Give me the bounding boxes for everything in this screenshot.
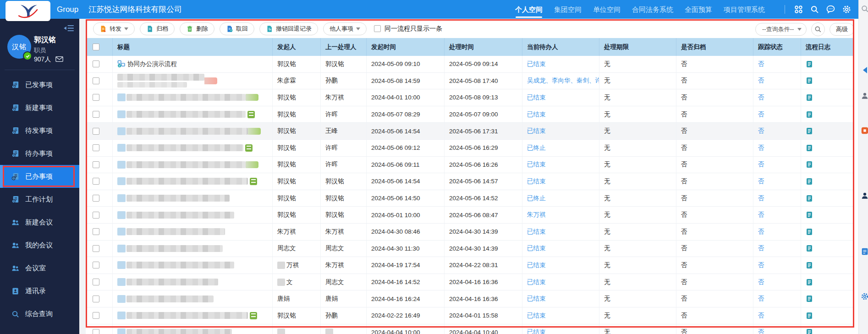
message-icon[interactable] [826,5,835,14]
advanced-search-button[interactable]: 高级 [830,23,854,36]
track-status-link[interactable]: 否 [758,211,764,219]
row-checkbox[interactable] [93,329,99,334]
table-row[interactable]: 文周志文2024-04-16 14:522024-04-16 16:36已结束无… [87,274,853,291]
table-row[interactable]: 郭汉铭许晖2024-05-06 09:122024-05-06 16:29已终止… [87,140,853,157]
dock-gear-blue-icon[interactable] [861,292,868,301]
track-status-link[interactable]: 否 [758,194,764,203]
current-handler-link[interactable]: 已结束 [527,127,546,135]
sidebar-item-to-send-items[interactable]: 待发事项 [0,119,79,142]
table-row[interactable]: 郭汉铭郭汉铭2024-05-06 14:542024-05-06 14:57已结… [87,173,853,190]
current-handler-link[interactable]: 已结束 [527,244,546,252]
row-checkbox[interactable] [93,111,99,118]
forward-button[interactable]: 转发 [93,22,135,35]
select-all-checkbox[interactable] [93,44,99,50]
sidebar-item-work-plan[interactable]: 工作计划 [0,188,79,211]
row-checkbox[interactable] [93,94,99,101]
current-handler-link[interactable]: 已结束 [527,328,546,334]
revoke-records-button[interactable]: 撤销回退记录 [259,22,318,35]
table-row[interactable]: 2024-04-04 10:002024-04-04 10:40已结束无否否 [87,324,853,334]
row-checkbox[interactable] [93,312,99,319]
dock-chevron-left-blue-icon[interactable] [861,66,868,75]
search-icon[interactable] [810,5,819,14]
query-condition-select[interactable]: --查询条件-- [755,23,807,36]
sidebar-item-my-meetings[interactable]: 我的会议 [0,234,79,257]
flow-log-icon[interactable] [806,228,813,235]
delete-button[interactable]: 删除 [180,22,214,35]
current-handler-link[interactable]: 已终止 [527,144,546,152]
flow-log-icon[interactable] [806,178,813,185]
others-items-button[interactable]: 他人事项 [323,22,367,35]
apps-icon[interactable] [794,5,803,14]
settings-icon[interactable] [842,5,852,14]
dock-search-gray-icon[interactable] [861,5,868,14]
row-checkbox[interactable] [93,60,99,67]
flow-log-icon[interactable] [806,245,813,252]
sidebar-item-done-items[interactable]: 已办事项 [0,165,79,188]
sidebar-item-contacts[interactable]: 通讯录 [0,279,79,302]
track-status-link[interactable]: 否 [758,278,764,286]
current-handler-link[interactable]: 已结束 [527,295,546,303]
current-handler-link[interactable]: 已终止 [527,194,546,203]
mail-icon[interactable] [55,56,63,63]
table-row[interactable]: 朱彦霖孙鹏2024-05-08 14:592024-05-08 17:40吴成龙… [87,73,853,90]
current-handler-link[interactable]: 已结束 [527,110,546,119]
current-handler-link[interactable]: 已结束 [527,278,546,286]
flow-log-icon[interactable] [806,211,813,219]
table-row[interactable]: 郭汉铭郭汉铭2024-05-01 10:002024-05-06 08:47朱万… [87,207,853,224]
retrieve-button[interactable]: 取回 [220,22,254,35]
track-status-link[interactable]: 否 [758,328,764,334]
table-row[interactable]: 郭汉铭许晖2024-05-06 09:112024-05-06 16:26已结束… [87,157,853,174]
topbar-nav-project-management-system[interactable]: 项目管理系统 [724,0,765,19]
track-status-link[interactable]: 否 [758,93,764,102]
dock-user-gray-icon[interactable] [861,92,868,101]
current-handler-link[interactable]: 已结束 [527,228,546,236]
table-row[interactable]: 郭汉铭孙鹏2024-02-22 16:492024-04-01 15:58已结束… [87,307,853,324]
flow-log-icon[interactable] [806,295,813,302]
sidebar-item-sent-items[interactable]: 已发事项 [0,73,79,96]
current-handler-link[interactable]: 已结束 [527,160,546,169]
topbar-nav-budget[interactable]: 全面预算 [685,0,712,19]
current-handler-link[interactable]: 已结束 [527,261,546,269]
topbar-nav-group-space[interactable]: 集团空间 [554,0,582,19]
track-status-link[interactable]: 否 [758,228,764,236]
track-status-link[interactable]: 否 [758,295,764,303]
dock-user-navy-icon[interactable] [861,192,868,201]
flow-log-icon[interactable] [806,111,813,118]
table-row[interactable]: 周志文周志文2024-04-30 11:302024-04-30 14:39已结… [87,241,853,257]
row-title[interactable]: 协同办公演示流程 [127,60,177,68]
sidebar-item-new-meeting[interactable]: 新建会议 [0,211,79,234]
single-flow-checkbox[interactable] [374,25,381,32]
sidebar-collapse-icon[interactable] [63,25,75,33]
row-checkbox[interactable] [93,212,99,219]
flow-log-icon[interactable] [806,77,813,84]
sidebar-item-global-search[interactable]: 综合查询 [0,302,79,325]
dock-doc-blue-icon[interactable] [861,247,868,257]
topbar-nav-personal-space[interactable]: 个人空间 [515,0,543,19]
row-checkbox[interactable] [93,195,99,202]
sidebar-item-meeting-room[interactable]: 会议室 [0,257,79,279]
track-status-link[interactable]: 否 [758,244,764,252]
table-row[interactable]: 郭汉铭朱万祺2024-04-01 10:002024-05-08 09:13已结… [87,89,853,106]
flow-log-icon[interactable] [806,60,813,68]
flow-log-icon[interactable] [806,144,813,152]
row-checkbox[interactable] [93,296,99,302]
sidebar-item-todo-items[interactable]: 待办事项 [0,142,79,165]
row-checkbox[interactable] [93,161,99,168]
dock-apps-orange-icon[interactable] [861,126,868,136]
topbar-nav-unit-space[interactable]: 单位空间 [593,0,621,19]
table-row[interactable]: 万祺朱万祺2024-04-19 17:542024-04-22 08:31已结束… [87,257,853,274]
archive-button[interactable]: 归档 [140,22,175,35]
flow-log-icon[interactable] [806,262,813,269]
flow-log-icon[interactable] [806,329,813,334]
flow-log-icon[interactable] [806,312,813,319]
flow-log-icon[interactable] [806,195,813,202]
current-handler-link[interactable]: 已结束 [527,177,546,186]
current-handler-link[interactable]: 已结束 [527,93,546,102]
current-handler-link[interactable]: 吴成龙、李向华、秦剑、许... [527,77,599,85]
row-checkbox[interactable] [93,245,99,252]
track-status-link[interactable]: 否 [758,110,764,119]
row-checkbox[interactable] [93,128,99,135]
row-checkbox[interactable] [93,178,99,185]
table-row[interactable]: 唐娟唐娟2024-04-16 16:242024-04-16 16:36已结束无… [87,290,853,307]
row-checkbox[interactable] [93,144,99,151]
